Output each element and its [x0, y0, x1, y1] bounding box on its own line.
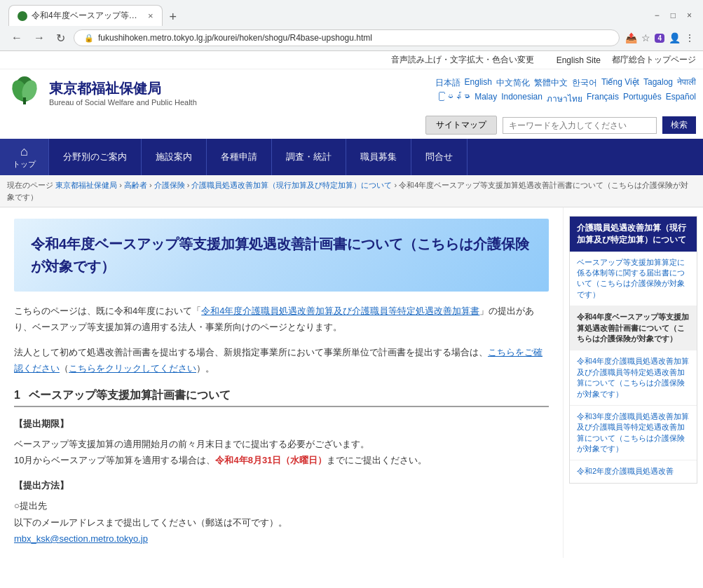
top-utility-bar: 音声読み上げ・文字拡大・色合い変更 English Site 都庁総合トップペー… [0, 51, 703, 69]
method-heading: 【提出方法】 [14, 477, 549, 493]
main-layout: 令和4年度ベースアップ等支援加算処遇改善計画書について（こちらは介護保険が対象で… [0, 207, 703, 558]
intro-link-1[interactable]: 令和4年度介護職員処遇改善加算及び介護職員等特定処遇改善加算書 [201, 306, 479, 316]
deadline-date-highlight: 令和4年8月31日（水曜日） [215, 455, 327, 465]
nav-item-contact[interactable]: 問合せ [411, 139, 467, 175]
nav-item-research[interactable]: 調査・統計 [272, 139, 346, 175]
lang-indonesian[interactable]: Indonesian [501, 92, 542, 105]
page-title-block: 令和4年度ベースアップ等支援加算処遇改善計画書について（こちらは介護保険が対象で… [14, 219, 549, 292]
forward-button[interactable]: → [31, 30, 48, 46]
search-area: サイトマップ 検索 [0, 113, 703, 139]
english-site-link[interactable]: English Site [557, 55, 601, 65]
nav-item-categories[interactable]: 分野別のご案内 [49, 139, 142, 175]
extensions-badge[interactable]: 4 [655, 34, 664, 43]
browser-tab[interactable]: 令和4年度ベースアップ等支援加算 × [8, 5, 163, 26]
org-name-en: Bureau of Social Welfare and Public Heal… [49, 98, 197, 107]
refresh-button[interactable]: ↻ [53, 30, 68, 46]
sidebar-box: 介護職員処遇改善加算（現行加算及び特定加算）について ベースアップ等支援加算算定… [569, 216, 697, 484]
breadcrumb: 現在のページ 東京都福祉保健局 › 高齢者 › 介護保険 › 介護職員処遇改善加… [0, 175, 703, 207]
lock-icon: 🔒 [84, 34, 94, 43]
lang-thai[interactable]: ภาษาไทย [547, 92, 582, 105]
lang-vietnamese[interactable]: Tiếng Việt [601, 77, 639, 89]
window-minimize-button[interactable]: − [652, 9, 662, 22]
breadcrumb-home-link[interactable]: 東京都福祉保健局 [55, 181, 117, 189]
lang-chinese-traditional[interactable]: 繁體中文 [534, 77, 568, 89]
back-button[interactable]: ← [8, 30, 25, 46]
svg-rect-3 [23, 97, 26, 104]
lang-english[interactable]: English [465, 77, 492, 89]
method-email-link[interactable]: mbx_ksk@section.metro.tokyo.jp [14, 533, 148, 544]
deadline-text: ベースアップ等支援加算の適用開始月の前々月末日までに提出する必要がございます。 [14, 436, 549, 452]
browser-titlebar: 令和4年度ベースアップ等支援加算 × + − □ × [0, 0, 703, 25]
content-intro-1: こちらのページは、既に令和4年度において「令和4年度介護職員処遇改善加算及び介護… [14, 303, 549, 336]
read-aloud-link[interactable]: 音声読み上げ・文字拡大・色合い変更 [391, 54, 534, 66]
sidebar-link-5[interactable]: 令和2年度介護職員処遇改善 [570, 460, 697, 482]
main-nav: ⌂ トップ 分野別のご案内 施設案内 各種申請 調査・統計 職員募集 問合せ [0, 139, 703, 175]
nav-item-applications[interactable]: 各種申請 [207, 139, 272, 175]
window-close-button[interactable]: × [684, 9, 695, 22]
breadcrumb-current-label: 現在のページ [7, 181, 53, 189]
breadcrumb-arrow-1: › [119, 181, 124, 189]
search-input[interactable] [503, 117, 657, 134]
menu-icon[interactable]: ⋮ [685, 32, 695, 43]
nav-item-label: 各種申請 [221, 151, 257, 163]
nav-item-label: 問合せ [425, 151, 453, 163]
section-title: ベースアップ等支援加算計画書について [29, 389, 231, 401]
lang-spanish[interactable]: Español [666, 92, 696, 105]
lang-malay[interactable]: Malay [475, 92, 497, 105]
sitemap-button[interactable]: サイトマップ [425, 116, 497, 135]
language-area: 日本語 English 中文简化 繁體中文 한국어 Tiếng Việt Tag… [435, 77, 696, 108]
breadcrumb-elderly-link[interactable]: 高齢者 [124, 181, 147, 189]
new-tab-button[interactable]: + [165, 8, 182, 26]
lang-burmese[interactable]: မြန်မာ [445, 92, 470, 105]
deadline-heading: 【提出期限】 [14, 416, 549, 432]
sidebar-link-2[interactable]: 令和4年度ベースアップ等支援加算処遇改善計画書について（こちらは介護保険が対象で… [570, 306, 697, 350]
nav-item-label: 分野別のご案内 [63, 151, 127, 163]
window-restore-button[interactable]: □ [668, 9, 678, 22]
lang-french[interactable]: Français [587, 92, 619, 105]
lang-korean[interactable]: 한국어 [572, 77, 597, 89]
address-bar[interactable]: 🔒 fukushihoken.metro.tokyo.lg.jp/kourei/… [74, 29, 620, 46]
breadcrumb-arrow-2: › [149, 181, 154, 189]
section-1-heading: 1 ベースアップ等支援加算計画書について [14, 388, 549, 407]
sidebar-link-1[interactable]: ベースアップ等支援加算算定に係る体制等に関する届出書について（こちらは介護保険が… [570, 252, 697, 307]
logo-icon [7, 75, 42, 110]
tab-close-button[interactable]: × [148, 11, 153, 21]
portal-link[interactable]: 都庁総合トップページ [612, 54, 696, 66]
address-url-text: fukushihoken.metro.tokyo.lg.jp/kourei/ho… [98, 33, 372, 43]
address-actions: 📤 ☆ 4 👤 ⋮ [625, 32, 695, 43]
lang-tagalog[interactable]: Tagalog [643, 77, 673, 89]
sidebar-link-3[interactable]: 令和4年度介護職員処遇改善加算及び介護職員等特定処遇改善加算について（こちらは介… [570, 350, 697, 406]
lang-japanese[interactable]: 日本語 [435, 77, 460, 89]
page-title: 令和4年度ベースアップ等支援加算処遇改善計画書について（こちらは介護保険が対象で… [31, 233, 532, 278]
method-detail: 以下のメールアドレスまで提出してください（郵送は不可です）。 [14, 514, 549, 531]
nav-home-button[interactable]: ⌂ トップ [0, 139, 49, 175]
header-area: 東京都福祉保健局 Bureau of Social Welfare and Pu… [0, 69, 703, 113]
logo-text: 東京都福祉保健局 Bureau of Social Welfare and Pu… [49, 79, 197, 107]
nav-home-label: トップ [13, 159, 36, 170]
lang-chinese-simplified[interactable]: 中文简化 [496, 77, 530, 89]
deadline-highlight: 10月からベースアップ等加算を適用する場合は、令和4年8月31日（水曜日）までに… [14, 452, 549, 468]
browser-tabs: 令和4年度ベースアップ等支援加算 × + [8, 5, 181, 26]
home-icon: ⌂ [20, 144, 28, 159]
main-content: 令和4年度ベースアップ等支援加算処遇改善計画書について（こちらは介護保険が対象で… [0, 207, 563, 558]
site-wrapper: 音声読み上げ・文字拡大・色合い変更 English Site 都庁総合トップペー… [0, 51, 703, 558]
sidebar-link-4[interactable]: 令和3年度介護職員処遇改善加算及び介護職員等特定処遇改善加算について（こちらは介… [570, 406, 697, 461]
profile-icon[interactable]: 👤 [669, 32, 681, 43]
nav-item-recruitment[interactable]: 職員募集 [346, 139, 411, 175]
breadcrumb-care-insurance-link[interactable]: 介護保険 [154, 181, 185, 189]
bookmark-icon[interactable]: ☆ [641, 32, 650, 43]
breadcrumb-improvement-link[interactable]: 介護職員処遇改善加算（現行加算及び特定加算）について [191, 181, 392, 189]
section-number: 1 [14, 389, 20, 401]
content-detail: 法人として初めて処遇改善計画書を提出する場合、新規指定事業所において事業所単位で… [14, 344, 549, 377]
lang-nepali[interactable]: नेपाली [677, 77, 696, 89]
tab-favicon [18, 11, 27, 21]
intro-link-3[interactable]: こちらをクリックしてください [69, 363, 196, 374]
window-controls: − □ × [652, 9, 695, 22]
language-row-2: မြန်မာ Malay Indonesian ภาษาไทย Français… [435, 92, 696, 105]
lang-portuguese[interactable]: Português [623, 92, 662, 105]
logo-area: 東京都福祉保健局 Bureau of Social Welfare and Pu… [7, 75, 197, 110]
deadline-block: 【提出期限】 ベースアップ等支援加算の適用開始月の前々月末日までに提出する必要が… [14, 416, 549, 469]
nav-item-facilities[interactable]: 施設案内 [142, 139, 207, 175]
search-button[interactable]: 検索 [662, 116, 696, 134]
share-icon[interactable]: 📤 [625, 32, 637, 43]
